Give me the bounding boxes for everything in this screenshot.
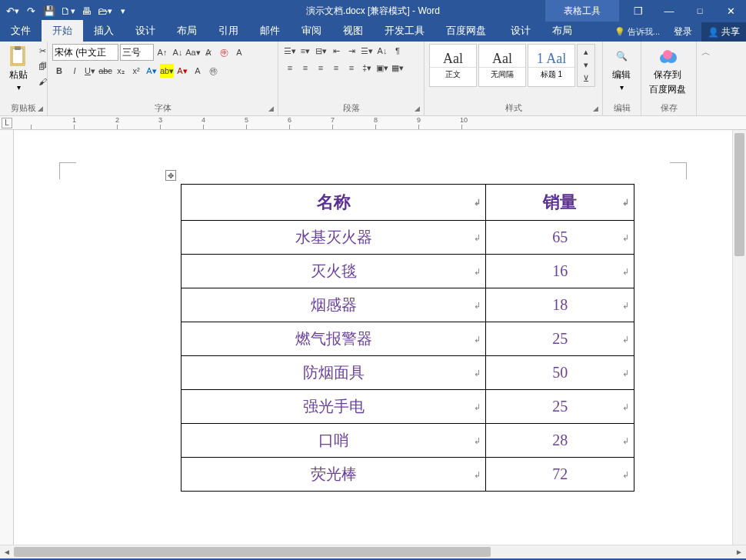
tab-baidu[interactable]: 百度网盘	[435, 20, 497, 42]
char-border-icon[interactable]: A	[232, 45, 246, 59]
scroll-thumb-v[interactable]	[734, 133, 744, 256]
table-cell[interactable]: 72↲	[486, 458, 634, 492]
style-more-icon[interactable]: ⊻	[579, 73, 593, 85]
tab-insert[interactable]: 插入	[83, 20, 125, 42]
style-gallery[interactable]: Aal 正文 Aal 无间隔 1 Aal 标题 1 ▴ ▾ ⊻	[429, 44, 595, 87]
maximize-button[interactable]: □	[684, 0, 715, 22]
bullets-icon[interactable]: ☰▾	[283, 44, 297, 58]
scroll-left-icon[interactable]: ◄	[0, 548, 14, 556]
minimize-button[interactable]: —	[654, 0, 684, 22]
table-row[interactable]: 烟感器↲18↲	[182, 288, 634, 322]
ruler-horizontal[interactable]: 12345678910	[0, 116, 746, 130]
line-spacing-icon[interactable]: ‡▾	[360, 61, 374, 75]
undo-icon[interactable]: ↶▾	[6, 2, 18, 19]
shading-icon[interactable]: ▣▾	[375, 61, 389, 75]
phonetic-icon[interactable]: ㊥	[217, 45, 231, 59]
align-center-icon[interactable]: ≡	[298, 61, 312, 75]
multilevel-icon[interactable]: ⊟▾	[314, 44, 328, 58]
bold-icon[interactable]: B	[52, 64, 66, 78]
table-cell[interactable]: 口哨↲	[182, 424, 486, 458]
scrollbar-horizontal[interactable]: ◄ ►	[0, 545, 746, 558]
ribbon-options-icon[interactable]: ❐	[623, 0, 654, 22]
subscript-icon[interactable]: x₂	[114, 64, 128, 78]
tab-references[interactable]: 引用	[208, 20, 249, 42]
ruler-vertical[interactable]	[0, 130, 14, 545]
font-name-select[interactable]	[52, 44, 118, 61]
change-case-icon[interactable]: Aa▾	[186, 45, 200, 59]
table-cell[interactable]: 25↲	[486, 390, 634, 424]
scroll-right-icon[interactable]: ►	[732, 548, 746, 556]
save-cloud-button[interactable]: 保存到 百度网盘	[646, 44, 689, 98]
text-effects-icon[interactable]: A▾	[145, 64, 158, 78]
font-launcher[interactable]: ◢	[265, 103, 276, 114]
save-icon[interactable]: 💾	[43, 2, 55, 19]
table-cell[interactable]: 强光手电↲	[182, 390, 486, 424]
table-move-handle[interactable]: ✥	[165, 170, 176, 181]
table-row[interactable]: 防烟面具↲50↲	[182, 356, 634, 390]
tab-table-design[interactable]: 设计	[500, 20, 541, 42]
decrease-indent-icon[interactable]: ⇤	[329, 44, 343, 58]
table-cell[interactable]: 50↲	[486, 356, 634, 390]
table-row[interactable]: 强光手电↲25↲	[182, 390, 634, 424]
table-row[interactable]: 水基灭火器↲65↲	[182, 221, 634, 255]
table-cell[interactable]: 灭火毯↲	[182, 255, 486, 288]
highlight-icon[interactable]: ab▾	[160, 64, 174, 78]
scrollbar-vertical[interactable]	[732, 130, 746, 545]
underline-icon[interactable]: U▾	[83, 64, 97, 78]
style-normal[interactable]: Aal 正文	[429, 44, 477, 87]
table-cell[interactable]: 荧光棒↲	[182, 458, 486, 492]
style-up-icon[interactable]: ▴	[579, 46, 593, 58]
table-cell[interactable]: 水基灭火器↲	[182, 221, 486, 255]
char-shading-icon[interactable]: A	[191, 64, 205, 78]
tell-me-input[interactable]: 💡 告诉我...	[607, 26, 668, 38]
paste-button[interactable]: 粘贴▾	[5, 44, 32, 93]
distribute-icon[interactable]: ≡	[345, 61, 358, 75]
tab-view[interactable]: 视图	[332, 20, 374, 42]
table-cell[interactable]: 18↲	[486, 288, 634, 322]
tab-design[interactable]: 设计	[125, 20, 166, 42]
tab-review[interactable]: 审阅	[291, 20, 332, 42]
close-button[interactable]: ✕	[715, 0, 746, 22]
table-cell[interactable]: 65↲	[486, 221, 634, 255]
text-direction-icon[interactable]: ☰▾	[360, 44, 374, 58]
clipboard-launcher[interactable]: ◢	[35, 103, 45, 114]
table-cell[interactable]: 16↲	[486, 255, 634, 288]
share-button[interactable]: 👤 共享	[701, 22, 746, 42]
styles-launcher[interactable]: ◢	[590, 103, 601, 114]
tab-developer[interactable]: 开发工具	[374, 20, 435, 42]
print-icon[interactable]: 🖶	[80, 2, 92, 19]
tab-mailings[interactable]: 邮件	[249, 20, 291, 42]
table-cell[interactable]: 烟感器↲	[182, 288, 486, 322]
enclose-char-icon[interactable]: ㊕	[206, 64, 220, 78]
show-marks-icon[interactable]: ¶	[391, 44, 405, 58]
tab-file[interactable]: 文件	[0, 20, 42, 42]
document-table[interactable]: 名称↲销量↲水基灭火器↲65↲灭火毯↲16↲烟感器↲18↲燃气报警器↲25↲防烟…	[181, 184, 634, 492]
scroll-thumb-h[interactable]	[14, 547, 491, 557]
table-header-cell[interactable]: 销量↲	[486, 185, 634, 221]
style-heading1[interactable]: 1 Aal 标题 1	[528, 44, 575, 87]
table-row[interactable]: 荧光棒↲72↲	[182, 458, 634, 492]
table-row[interactable]: 口哨↲28↲	[182, 424, 634, 458]
font-size-select[interactable]	[120, 44, 154, 61]
qat-more-icon[interactable]: ▾	[117, 2, 129, 19]
italic-icon[interactable]: I	[68, 64, 82, 78]
sort-icon[interactable]: A↓	[375, 44, 389, 58]
superscript-icon[interactable]: x²	[129, 64, 143, 78]
grow-font-icon[interactable]: A↑	[155, 45, 169, 59]
new-icon[interactable]: 🗋▾	[62, 2, 74, 19]
document-canvas[interactable]: ✥ 名称↲销量↲水基灭火器↲65↲灭火毯↲16↲烟感器↲18↲燃气报警器↲25↲…	[14, 130, 732, 545]
increase-indent-icon[interactable]: ⇥	[345, 44, 358, 58]
login-link[interactable]: 登录	[668, 25, 698, 38]
justify-icon[interactable]: ≡	[329, 61, 343, 75]
borders-icon[interactable]: ▦▾	[391, 61, 405, 75]
paragraph-launcher[interactable]: ◢	[411, 103, 422, 114]
table-row[interactable]: 灭火毯↲16↲	[182, 255, 634, 288]
clear-format-icon[interactable]: A̷	[201, 45, 215, 59]
table-cell[interactable]: 防烟面具↲	[182, 356, 486, 390]
table-row[interactable]: 燃气报警器↲25↲	[182, 322, 634, 356]
collapse-ribbon-icon[interactable]: ︿	[697, 42, 715, 115]
style-nospacing[interactable]: Aal 无间隔	[478, 44, 526, 87]
font-color-icon[interactable]: A▾	[175, 64, 189, 78]
open-icon[interactable]: 🗁▾	[98, 2, 111, 19]
tab-layout[interactable]: 布局	[166, 20, 208, 42]
